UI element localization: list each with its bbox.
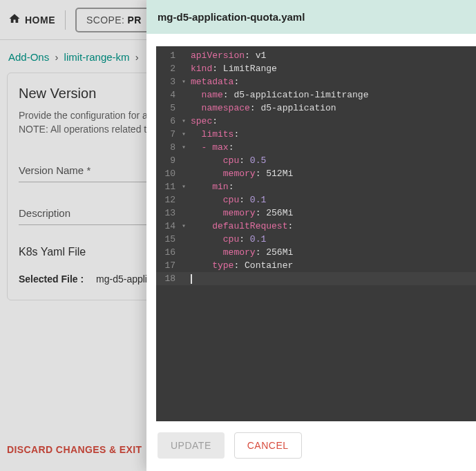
line-number: 13 [162, 206, 175, 220]
text-cursor [191, 274, 192, 284]
line-number: 8 [162, 141, 175, 154]
drawer-footer: UPDATE CANCEL [146, 421, 476, 471]
code-line[interactable]: min: [191, 180, 476, 193]
fold-marker [180, 167, 188, 180]
line-number: 2 [162, 62, 175, 75]
drawer-title: mg-d5-application-quota.yaml [146, 0, 476, 34]
fold-marker [180, 102, 188, 115]
code-line[interactable]: - max: [191, 141, 476, 154]
line-number: 15 [162, 233, 175, 246]
code-line[interactable]: type: Container [191, 259, 476, 272]
code-line[interactable]: spec: [191, 115, 476, 128]
line-number: 18 [162, 272, 175, 285]
line-number: 7 [162, 128, 175, 141]
code-line[interactable]: memory: 256Mi [191, 206, 476, 220]
fold-marker[interactable]: ▾ [180, 115, 188, 128]
code-line[interactable]: name: d5-application-limitrange [191, 88, 476, 102]
yaml-editor-drawer: mg-d5-application-quota.yaml 12345678910… [146, 0, 476, 471]
code-line[interactable]: cpu: 0.1 [191, 193, 476, 206]
fold-marker[interactable]: ▾ [180, 220, 188, 233]
line-number: 12 [162, 193, 175, 206]
fold-marker[interactable]: ▾ [180, 128, 188, 141]
code-line[interactable]: metadata: [191, 75, 476, 88]
fold-marker [180, 206, 188, 220]
fold-marker [180, 49, 188, 62]
fold-marker [180, 233, 188, 246]
code-content[interactable]: apiVersion: v1kind: LimitRangemetadata: … [188, 46, 476, 421]
code-line[interactable]: limits: [191, 128, 476, 141]
line-number: 10 [162, 167, 175, 180]
fold-marker[interactable]: ▾ [180, 180, 188, 193]
line-number: 17 [162, 259, 175, 272]
code-line[interactable]: cpu: 0.1 [191, 233, 476, 246]
line-number: 14 [162, 220, 175, 233]
code-line[interactable]: kind: LimitRange [191, 62, 476, 75]
fold-marker [180, 88, 188, 102]
line-number: 3 [162, 75, 175, 88]
code-line[interactable]: apiVersion: v1 [191, 49, 476, 62]
line-number-gutter: 123456789101112131415161718 [156, 46, 180, 421]
line-number: 5 [162, 102, 175, 115]
cancel-button[interactable]: CANCEL [234, 432, 302, 459]
code-line[interactable]: memory: 512Mi [191, 167, 476, 180]
fold-marker [180, 193, 188, 206]
line-number: 11 [162, 180, 175, 193]
fold-marker [180, 62, 188, 75]
code-line[interactable]: memory: 256Mi [191, 246, 476, 259]
code-line[interactable] [191, 272, 476, 285]
fold-marker [180, 154, 188, 167]
code-editor[interactable]: 123456789101112131415161718 ▾▾▾▾▾▾ apiVe… [156, 46, 476, 421]
fold-column: ▾▾▾▾▾▾ [180, 46, 188, 421]
line-number: 16 [162, 246, 175, 259]
fold-marker [180, 272, 188, 285]
fold-marker [180, 246, 188, 259]
code-line[interactable]: namespace: d5-application [191, 102, 476, 115]
line-number: 9 [162, 154, 175, 167]
code-line[interactable]: cpu: 0.5 [191, 154, 476, 167]
line-number: 6 [162, 115, 175, 128]
line-number: 4 [162, 88, 175, 102]
fold-marker [180, 259, 188, 272]
code-line[interactable]: defaultRequest: [191, 220, 476, 233]
fold-marker[interactable]: ▾ [180, 141, 188, 154]
fold-marker[interactable]: ▾ [180, 75, 188, 88]
update-button[interactable]: UPDATE [158, 432, 225, 459]
line-number: 1 [162, 49, 175, 62]
